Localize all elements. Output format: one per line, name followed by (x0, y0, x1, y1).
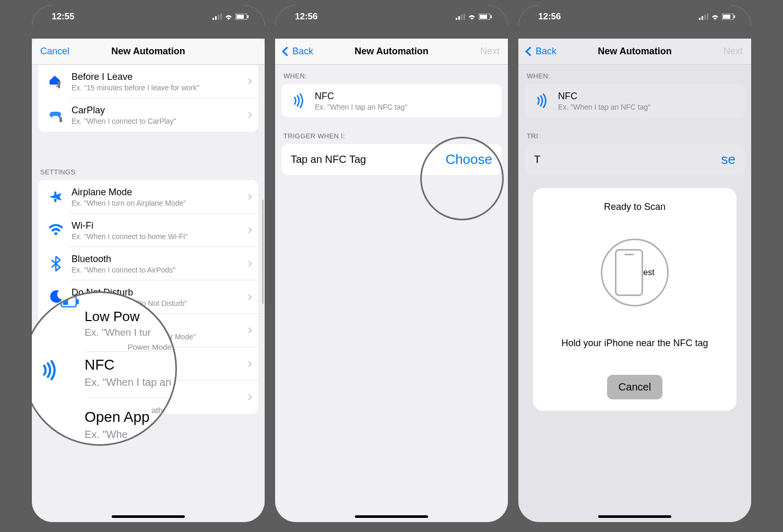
wifi-icon (224, 14, 233, 20)
svg-rect-2 (218, 15, 219, 20)
row-subtitle: Ex. "When I turn on Airplane Mode" (72, 199, 247, 207)
home-indicator[interactable] (112, 515, 185, 518)
choose-button: se (721, 151, 735, 168)
svg-rect-28 (699, 18, 701, 20)
svg-rect-13 (60, 119, 62, 122)
trigger-open-app[interactable]: Open App Ex. "When I open Weather" (38, 381, 258, 414)
nfc-icon (289, 90, 310, 111)
row-subtitle: Ex. "When I turn off Do Not Disturb" (72, 299, 247, 308)
status-icons (699, 14, 735, 20)
trigger-do-not-disturb[interactable]: Do Not Disturb Ex. "When I turn off Do N… (38, 280, 258, 314)
svg-rect-17 (50, 392, 62, 403)
sheet-message: Hold your iPhone near the NFC tag (561, 338, 708, 349)
bluetooth-icon (45, 253, 66, 274)
content: WHEN: NFC Ex. "When I tap an NFC tag" TR… (275, 65, 508, 522)
trigger-wifi[interactable]: Wi-Fi Ex. "When I connect to home Wi-Fi" (38, 214, 258, 247)
section-header-when: WHEN: (275, 65, 508, 84)
chevron-right-icon (246, 261, 252, 266)
svg-rect-22 (458, 16, 460, 20)
section-header-when: WHEN: (518, 65, 751, 84)
status-time: 12:55 (52, 11, 74, 22)
trigger-before-i-leave[interactable]: Before I Leave Ex. "15 minutes before I … (38, 65, 258, 98)
row-tap-nfc-tag: T se (525, 144, 745, 175)
section-header-settings: SETTINGS (32, 132, 265, 180)
phone-screen-1: 12:55 Cancel New Automation Before I Lea… (32, 5, 265, 522)
row-subtitle: Ex. "When I tap an NFC tag" (315, 103, 494, 111)
row-title: NFC (72, 354, 247, 365)
row-subtitle: Ex. "When I tap an NFC tag" (72, 366, 247, 374)
sheet-title: Ready to Scan (604, 202, 666, 212)
page-title: New Automation (354, 46, 428, 57)
svg-rect-21 (456, 18, 457, 20)
chevron-right-icon (246, 361, 252, 367)
choose-button[interactable]: Choose (445, 151, 492, 168)
tap-nfc-label: Tap an NFC Tag (291, 153, 366, 165)
svg-rect-1 (215, 16, 217, 20)
svg-rect-33 (723, 15, 730, 19)
trigger-low-power-mode[interactable]: Low Power Mode Ex. "When I turn on Low P… (38, 314, 258, 347)
cancel-button[interactable]: Cancel (607, 375, 662, 399)
phone-screen-3: 12:56 Back New Automation Next WHEN: NFC… (518, 5, 751, 522)
svg-rect-27 (491, 15, 492, 18)
signal-icon (212, 14, 222, 20)
home-indicator[interactable] (355, 515, 428, 518)
nav-bar: Back New Automation Next (275, 39, 508, 65)
when-nfc-row: NFC Ex. "When I tap an NFC tag" (281, 84, 502, 117)
trigger-bluetooth[interactable]: Bluetooth Ex. "When I connect to AirPods… (38, 247, 258, 280)
svg-rect-30 (704, 15, 706, 20)
svg-rect-6 (247, 15, 248, 18)
wifi-icon (468, 14, 476, 20)
svg-rect-0 (212, 18, 214, 20)
trigger-airplane-mode[interactable]: Airplane Mode Ex. "When I turn on Airpla… (38, 180, 258, 214)
status-bar: 12:56 (275, 5, 508, 28)
cancel-button[interactable]: Cancel (40, 46, 77, 57)
content: WHEN: NFC Ex. "When I tap an NFC tag" TR… (518, 65, 751, 522)
row-title: NFC (558, 91, 738, 102)
svg-rect-26 (480, 15, 487, 19)
chevron-right-icon (246, 327, 252, 333)
trigger-nfc[interactable]: NFC Ex. "When I tap an NFC tag" (38, 347, 258, 381)
section-header-trigger: TRI (518, 117, 751, 144)
row-tap-nfc-tag: Tap an NFC Tag Choose (281, 144, 502, 175)
dnd-icon (45, 287, 66, 308)
next-button[interactable]: Next (473, 46, 500, 57)
content[interactable]: Before I Leave Ex. "15 minutes before I … (32, 65, 265, 522)
row-title: Low Power Mode (72, 321, 247, 332)
scrollbar[interactable] (262, 199, 264, 304)
row-subtitle: Ex. "When I tap an NFC tag" (558, 103, 738, 111)
row-title: Before I Leave (72, 72, 247, 82)
trigger-carplay[interactable]: CarPlay Ex. "When I connect to CarPlay" (38, 98, 258, 132)
back-button[interactable]: Back (527, 46, 563, 57)
svg-rect-29 (702, 16, 703, 20)
svg-point-7 (57, 81, 61, 85)
back-button[interactable]: Back (283, 46, 320, 57)
row-subtitle: Ex. "When I connect to home Wi-Fi" (72, 232, 247, 241)
airplane-icon (45, 186, 66, 207)
nav-bar: Cancel New Automation (32, 39, 265, 65)
phone-scan-icon: est (601, 239, 669, 306)
status-icons (212, 14, 249, 20)
chevron-right-icon (246, 194, 252, 199)
signal-icon (456, 14, 465, 20)
phone-screen-2: 12:56 Back New Automation Next WHEN: NFC… (275, 5, 508, 522)
wifi-icon (711, 14, 719, 20)
row-title: Open App (72, 387, 247, 398)
chevron-right-icon (246, 294, 252, 300)
section-header-trigger: TRIGGER WHEN I: (275, 117, 508, 144)
page-title: New Automation (111, 46, 185, 57)
wifi-icon (45, 220, 66, 241)
nav-bar: Back New Automation Next (518, 39, 751, 65)
row-subtitle: Ex. "15 minutes before I leave for work" (72, 84, 247, 92)
row-title: CarPlay (72, 105, 247, 116)
svg-rect-3 (220, 14, 222, 20)
home-indicator[interactable] (598, 515, 671, 518)
row-title: Bluetooth (72, 254, 247, 265)
tap-nfc-label: T (534, 153, 540, 165)
row-subtitle: Ex. "When I connect to CarPlay" (72, 117, 247, 125)
battery-icon (235, 14, 249, 20)
home-leave-icon (45, 71, 66, 92)
row-title: Wi-Fi (72, 220, 247, 231)
battery-icon (722, 14, 735, 20)
row-subtitle: Ex. "When I turn on Low Power Mode" (72, 333, 247, 341)
carplay-icon (45, 104, 66, 125)
